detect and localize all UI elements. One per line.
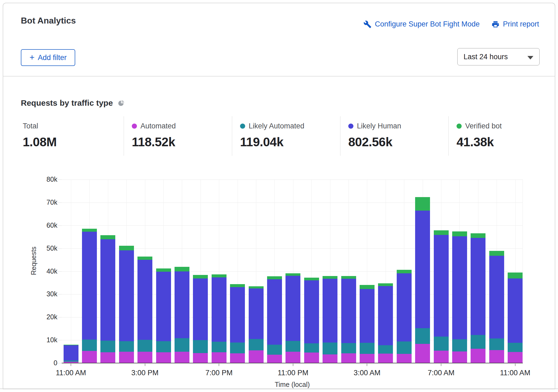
segment-likely-automated	[100, 341, 115, 352]
y-tick-label: 60k	[36, 221, 57, 229]
segment-automated	[285, 352, 300, 363]
bar-11-00-am[interactable]	[508, 273, 523, 363]
x-tick-label: 11:00 PM	[269, 369, 317, 377]
segment-verified-bot	[508, 273, 523, 278]
bar-10-00-pm[interactable]	[267, 276, 282, 363]
bar-2-00-am[interactable]	[341, 276, 356, 363]
stat-label: Likely Automated	[249, 122, 304, 130]
bar-5-00-pm[interactable]	[175, 267, 189, 363]
bar-9-00-pm[interactable]	[249, 286, 264, 363]
bar-2-00-pm[interactable]	[119, 246, 134, 363]
segment-automated	[434, 351, 449, 363]
x-axis-title: Time (local)	[265, 381, 319, 388]
segment-automated	[193, 353, 208, 363]
header-divider	[3, 76, 555, 77]
segment-likely-human	[137, 260, 152, 340]
bar-5-00-am[interactable]	[397, 270, 412, 363]
segment-likely-automated	[285, 341, 300, 352]
bar-10-00-am[interactable]	[489, 251, 504, 363]
bar-12-00-pm[interactable]	[82, 229, 97, 363]
bar-4-00-am[interactable]	[378, 283, 393, 363]
print-report-link[interactable]: Print report	[491, 20, 539, 28]
segment-automated	[508, 352, 523, 363]
segment-automated	[489, 350, 504, 363]
bar-11-00-pm[interactable]	[285, 273, 300, 363]
bar-12-00-am[interactable]	[304, 278, 319, 363]
legend-dot	[132, 124, 137, 129]
stat-divider	[124, 116, 124, 156]
segment-likely-human	[82, 232, 97, 340]
stat-value: 1.08M	[23, 135, 57, 149]
bar-11-00-am[interactable]	[64, 345, 78, 363]
add-filter-button[interactable]: + Add filter	[21, 49, 75, 66]
stat-likely-human: Likely Human802.56k	[348, 118, 401, 149]
segment-verified-bot	[360, 285, 375, 289]
stat-divider	[340, 116, 340, 156]
bar-4-00-pm[interactable]	[156, 268, 171, 363]
segment-automated	[175, 352, 189, 363]
segment-likely-human	[212, 277, 227, 342]
time-range-select[interactable]: Last 24 hours	[457, 48, 540, 65]
bar-3-00-pm[interactable]	[137, 257, 152, 363]
printer-icon	[491, 20, 500, 28]
traffic-type-stats: Total1.08MAutomated118.52kLikely Automat…	[21, 118, 544, 158]
bar-1-00-am[interactable]	[323, 276, 337, 363]
y-tick-label: 50k	[36, 244, 57, 252]
segment-verified-bot	[156, 268, 171, 272]
bar-7-00-pm[interactable]	[212, 274, 227, 363]
y-tick-label: 30k	[36, 290, 57, 298]
gridline	[62, 225, 523, 226]
segment-likely-automated	[378, 345, 393, 354]
legend-dot	[457, 124, 462, 129]
segment-automated	[378, 354, 393, 363]
bar-9-00-am[interactable]	[471, 233, 485, 363]
time-range-value: Last 24 hours	[464, 53, 508, 61]
bar-1-00-pm[interactable]	[100, 235, 115, 363]
segment-likely-automated	[137, 340, 152, 351]
stat-divider	[448, 116, 449, 156]
bar-7-00-am[interactable]	[434, 230, 449, 363]
stat-label: Likely Human	[357, 122, 401, 130]
segment-automated	[119, 352, 134, 363]
stat-label: Automated	[140, 122, 176, 130]
segment-likely-human	[285, 276, 300, 341]
segment-likely-human	[452, 236, 467, 339]
segment-likely-human	[341, 279, 356, 343]
segment-verified-bot	[397, 270, 412, 273]
stat-label: Verified bot	[465, 122, 502, 130]
x-tick	[293, 364, 293, 366]
bar-6-00-pm[interactable]	[193, 275, 208, 363]
x-tick-label: 3:00 PM	[121, 369, 169, 377]
y-axis-title: Requests	[30, 247, 38, 275]
bar-3-00-am[interactable]	[360, 285, 375, 363]
segment-verified-bot	[285, 273, 300, 276]
segment-automated	[137, 352, 152, 363]
bar-8-00-pm[interactable]	[230, 284, 245, 363]
segment-likely-automated	[249, 339, 264, 350]
x-tick-label: 3:00 AM	[343, 369, 391, 377]
segment-likely-human	[193, 278, 208, 340]
segment-verified-bot	[212, 274, 227, 278]
segment-likely-human	[360, 289, 375, 343]
segment-verified-bot	[193, 275, 208, 278]
segment-likely-automated	[397, 341, 412, 354]
segment-verified-bot	[249, 286, 264, 288]
gridline	[523, 180, 523, 363]
segment-automated	[249, 350, 264, 363]
segment-likely-automated	[267, 345, 282, 355]
segment-likely-automated	[82, 340, 97, 351]
bar-8-00-am[interactable]	[452, 231, 467, 363]
segment-verified-bot	[415, 197, 430, 211]
segment-likely-automated	[471, 335, 485, 349]
bar-6-00-am[interactable]	[415, 197, 430, 363]
segment-verified-bot	[452, 231, 467, 236]
bot-analytics-card: Bot Analytics Configure Super Bot Fight …	[3, 3, 555, 389]
next-card-top-border	[0, 388, 558, 389]
segment-likely-automated	[489, 338, 504, 350]
x-tick	[219, 364, 219, 366]
gridline	[62, 202, 523, 203]
segment-likely-human	[100, 239, 115, 341]
stat-total: Total1.08M	[23, 118, 57, 149]
configure-super-bot-fight-mode-link[interactable]: Configure Super Bot Fight Mode	[363, 20, 480, 28]
stat-label: Total	[23, 122, 38, 130]
